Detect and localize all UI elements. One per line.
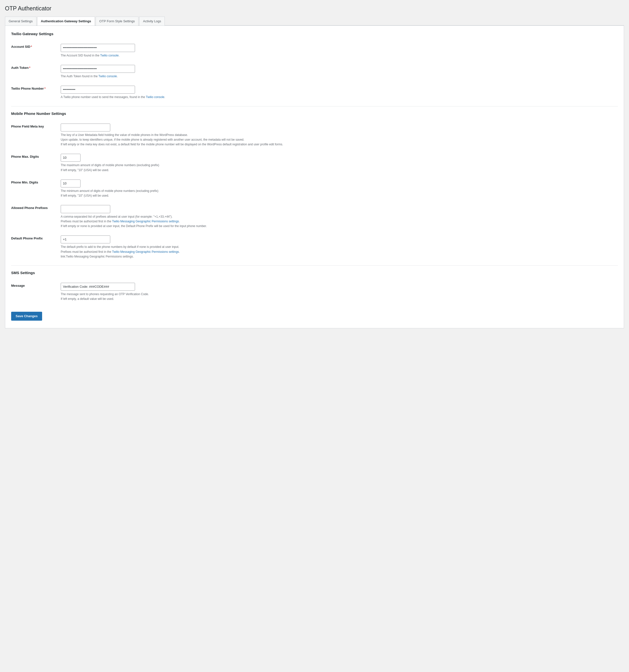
phone-number-description: A Twilio phone number used to send the m… [61,95,618,99]
default-phone-prefix-label: Default Phone Prefix [11,237,43,240]
phone-meta-desc-line3: If left empty or the meta key does not e… [61,143,283,146]
twilio-form-table: Account SID* The Account SID found in th… [11,41,618,103]
allowed-phone-prefixes-description: A comma-separated list of prefixes allow… [61,214,618,229]
allowed-prefixes-desc-line3: If left empty or none is provided at use… [61,224,207,228]
sms-message-label: Message [11,284,25,287]
account-sid-required: * [31,45,32,49]
phone-min-digits-row: Phone Min. Digits The minimum amount of … [11,176,618,202]
account-sid-row: Account SID* The Account SID found in th… [11,41,618,62]
twilio-phone-input[interactable] [61,86,135,94]
allowed-prefixes-desc-line1: A comma-separated list of prefixes allow… [61,215,172,218]
allowed-prefixes-desc-line2: Prefixes must be authorized first in the… [61,220,180,223]
auth-token-required: * [29,66,30,70]
default-prefix-twilio-link[interactable]: Twilio Messaging Geographic Permissions … [112,250,179,254]
tab-navigation: General Settings Authentication Gateway … [5,16,624,26]
section-divider-1 [11,106,618,106]
phone-min-digits-label: Phone Min. Digits [11,181,38,184]
settings-panel: Twilio Gateway Settings Account SID* The… [5,25,624,328]
tab-otp-form[interactable]: OTP Form Style Settings [96,17,139,26]
sms-msg-desc-line1: The message sent to phones requesting an… [61,292,149,296]
phone-min-desc-line1: The minimum amount of digits of mobile p… [61,189,158,193]
auth-token-input[interactable] [61,65,135,73]
default-phone-prefix-description: The default prefix to add to the phone n… [61,245,618,259]
phone-number-row: Twilio Phone Number* A Twilio phone numb… [11,83,618,103]
auth-token-description: The Auth Token found in the Twilio conso… [61,74,618,79]
account-sid-twilio-link[interactable]: Twilio console [100,54,119,57]
phone-field-meta-key-row: Phone Field Meta key The key of a User M… [11,121,618,151]
phone-field-meta-key-description: The key of a User Metadata field holding… [61,133,618,147]
auth-token-twilio-link[interactable]: Twilio console [98,74,117,78]
allowed-prefixes-twilio-link[interactable]: Twilio Messaging Geographic Permissions … [112,220,179,223]
phone-min-digits-input[interactable] [61,179,80,188]
save-changes-button[interactable]: Save Changes [11,312,42,321]
phone-meta-desc-line2: Upon update, to keep identifiers unique,… [61,138,244,141]
phone-min-desc-line2: If left empty, "10" (USA) will be used. [61,194,109,197]
allowed-phone-prefixes-row: Allowed Phone Prefixes A comma-separated… [11,202,618,233]
allowed-phone-prefixes-label: Allowed Phone Prefixes [11,206,48,210]
phone-max-desc-line2: If left empty, "10" (USA) will be used. [61,168,109,172]
account-sid-description: The Account SID found in the Twilio cons… [61,53,618,58]
default-phone-prefix-input[interactable] [61,236,110,243]
phone-number-label: Twilio Phone Number [11,87,44,90]
phone-field-meta-key-input[interactable] [61,124,110,131]
sms-message-row: Message The message sent to phones reque… [11,280,618,306]
phone-field-meta-key-label: Phone Field Meta key [11,124,44,128]
twilio-section-title: Twilio Gateway Settings [11,32,618,36]
phone-max-desc-line1: The maximum amount of digits of mobile p… [61,163,159,167]
sms-msg-desc-line2: If left empty, a default value will be u… [61,297,114,301]
phone-meta-desc-line1: The key of a User Metadata field holding… [61,133,188,137]
allowed-phone-prefixes-input[interactable] [61,205,110,213]
mobile-form-table: Phone Field Meta key The key of a User M… [11,121,618,263]
account-sid-input[interactable] [61,44,135,52]
tab-general-settings[interactable]: General Settings [5,17,37,26]
auth-token-label: Auth Token [11,66,29,70]
phone-max-digits-input[interactable] [61,154,80,162]
mobile-section-title: Mobile Phone Number Settings [11,112,618,116]
phone-number-twilio-link[interactable]: Twilio console [146,95,164,99]
account-sid-label: Account SID [11,45,30,49]
section-divider-2 [11,265,618,266]
page-title: OTP Authenticator [5,5,624,13]
sms-message-input[interactable] [61,283,135,291]
default-phone-prefix-row: Default Phone Prefix The default prefix … [11,233,618,263]
phone-min-digits-description: The minimum amount of digits of mobile p… [61,189,618,198]
auth-token-row: Auth Token* The Auth Token found in the … [11,62,618,83]
default-prefix-desc-line3: link:Twilio Messaging Geographic Permiss… [61,255,134,258]
sms-message-description: The message sent to phones requesting an… [61,292,618,301]
default-prefix-desc-line1: The default prefix to add to the phone n… [61,245,179,248]
phone-number-required: * [44,87,46,90]
sms-form-table: Message The message sent to phones reque… [11,280,618,306]
tab-auth-gateway[interactable]: Authentication Gateway Settings [37,17,95,26]
phone-max-digits-description: The maximum amount of digits of mobile p… [61,163,618,172]
phone-max-digits-row: Phone Max. Digits The maximum amount of … [11,151,618,176]
sms-section-title: SMS Settings [11,271,618,275]
default-prefix-desc-line2: Prefixes must be authorized first in the… [61,250,180,254]
phone-max-digits-label: Phone Max. Digits [11,155,39,159]
tab-activity-logs[interactable]: Activity Logs [139,17,165,26]
save-button-area: Save Changes [11,309,618,321]
